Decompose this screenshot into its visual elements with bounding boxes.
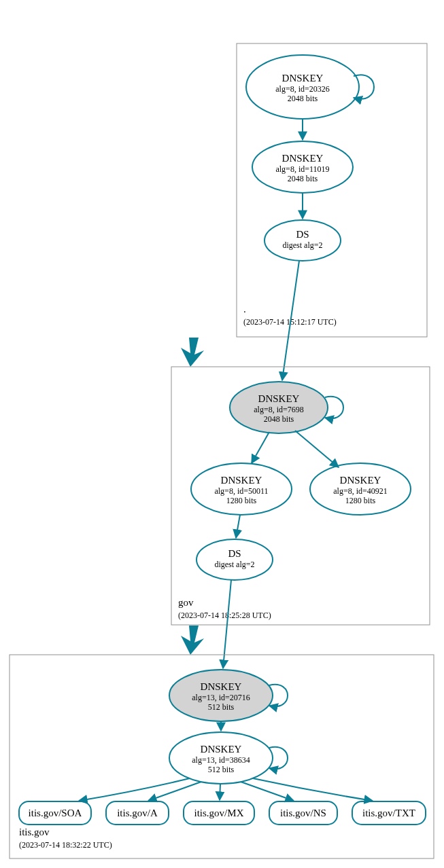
svg-text:DNSKEY: DNSKEY	[201, 681, 242, 692]
svg-text:2048 bits: 2048 bits	[264, 414, 294, 424]
rr-txt: itis.gov/TXT	[352, 801, 426, 825]
edge-zsk-to-mx	[220, 784, 220, 800]
edge-gov-ksk-to-zsk1	[252, 432, 269, 463]
svg-text:alg=8, id=20326: alg=8, id=20326	[275, 84, 330, 94]
node-gov-zsk1: DNSKEY alg=8, id=50011 1280 bits	[191, 463, 292, 515]
node-gov-ksk: DNSKEY alg=8, id=7698 2048 bits	[230, 382, 328, 433]
svg-text:DNSKEY: DNSKEY	[201, 744, 242, 755]
svg-text:DS: DS	[296, 229, 309, 240]
svg-text:itis.gov/NS: itis.gov/NS	[280, 808, 326, 818]
rr-ns: itis.gov/NS	[269, 801, 337, 825]
svg-text:DNSKEY: DNSKEY	[282, 73, 324, 84]
svg-text:512 bits: 512 bits	[208, 702, 235, 712]
zone-name-root: .	[243, 304, 246, 314]
svg-text:1280 bits: 1280 bits	[345, 496, 376, 505]
delegation-arrow-gov-to-itis	[181, 626, 204, 655]
edge-zsk-to-txt	[253, 778, 373, 801]
rr-a: itis.gov/A	[106, 801, 169, 825]
edge-zsk-to-a	[148, 782, 201, 801]
svg-text:itis.gov/MX: itis.gov/MX	[194, 808, 244, 818]
svg-text:digest alg=2: digest alg=2	[282, 240, 322, 250]
node-root-zsk: DNSKEY alg=8, id=11019 2048 bits	[252, 141, 353, 193]
svg-text:alg=8, id=11019: alg=8, id=11019	[275, 164, 329, 174]
node-itis-zsk: DNSKEY alg=13, id=38634 512 bits	[169, 732, 273, 784]
svg-text:DNSKEY: DNSKEY	[221, 475, 262, 486]
node-root-ksk: DNSKEY alg=8, id=20326 2048 bits	[246, 55, 359, 119]
svg-text:itis.gov/A: itis.gov/A	[117, 808, 158, 818]
node-gov-ds: DS digest alg=2	[197, 539, 273, 580]
svg-text:DS: DS	[228, 548, 241, 559]
zone-ts-gov: (2023-07-14 18:25:28 UTC)	[178, 611, 271, 620]
edge-zsk-to-soa	[79, 778, 190, 801]
node-itis-ksk: DNSKEY alg=13, id=20716 512 bits	[169, 670, 273, 721]
svg-text:digest alg=2: digest alg=2	[214, 560, 254, 569]
rr-mx: itis.gov/MX	[184, 801, 254, 825]
svg-text:2048 bits: 2048 bits	[288, 94, 318, 103]
edge-gov-ksk-to-zsk2	[295, 431, 339, 467]
svg-text:512 bits: 512 bits	[208, 765, 235, 774]
node-gov-zsk2: DNSKEY alg=8, id=40921 1280 bits	[310, 463, 411, 515]
svg-text:DNSKEY: DNSKEY	[258, 393, 300, 404]
svg-text:itis.gov/SOA: itis.gov/SOA	[29, 808, 82, 818]
edge-gov-zsk1-to-ds	[236, 515, 240, 538]
svg-text:alg=13, id=20716: alg=13, id=20716	[192, 693, 250, 702]
zone-name-gov: gov	[178, 597, 194, 608]
svg-text:2048 bits: 2048 bits	[288, 174, 318, 183]
svg-text:DNSKEY: DNSKEY	[340, 475, 381, 486]
svg-text:alg=8, id=40921: alg=8, id=40921	[333, 486, 388, 496]
svg-text:alg=8, id=7698: alg=8, id=7698	[254, 405, 304, 414]
delegation-arrow-root-to-gov	[181, 338, 204, 367]
svg-text:alg=13, id=38634: alg=13, id=38634	[192, 755, 250, 765]
svg-text:itis.gov/TXT: itis.gov/TXT	[362, 808, 415, 818]
zone-ts-itis: (2023-07-14 18:32:22 UTC)	[19, 840, 112, 850]
zone-name-itis: itis.gov	[19, 827, 50, 837]
svg-text:alg=8, id=50011: alg=8, id=50011	[214, 486, 268, 496]
rr-soa: itis.gov/SOA	[19, 801, 91, 825]
svg-text:1280 bits: 1280 bits	[226, 496, 257, 505]
node-root-ds: DS digest alg=2	[264, 220, 341, 261]
svg-text:DNSKEY: DNSKEY	[282, 153, 324, 164]
